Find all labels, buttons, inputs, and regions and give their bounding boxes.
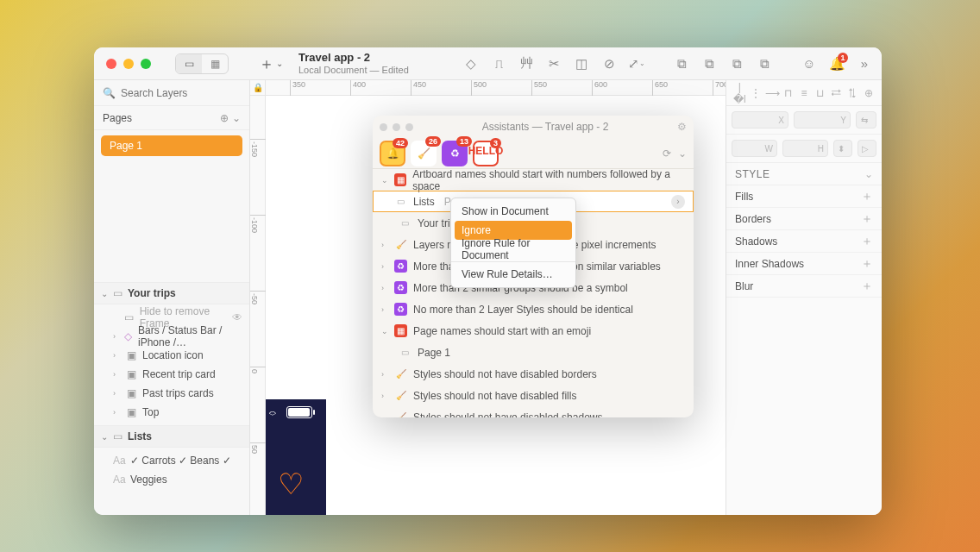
pages-header[interactable]: Pages ⊕⌄ [94,106,249,130]
align-left-icon[interactable]: |�l [732,81,746,105]
insert-button[interactable]: ＋⌄ [259,53,283,74]
list-item[interactable]: Aa✓ Carrots ✓ Beans ✓ [94,451,249,470]
group-tool-icon[interactable]: ⧉ [728,55,745,72]
assistant-row[interactable]: ⌄▦Artboard names should start with numbe… [373,169,694,191]
lock-aspect-icon[interactable]: ⬍ [833,140,852,157]
visibility-icon[interactable]: 👁 [232,311,242,323]
style-label: STYLE [735,168,770,180]
align-middle-icon[interactable]: ≡ [797,87,811,99]
context-menu[interactable]: Show in DocumentIgnoreIgnore Rule for Do… [450,198,576,288]
goto-icon[interactable]: › [671,195,685,209]
close-window-icon[interactable] [106,59,116,69]
assistant-reuse-icon[interactable]: ♻13 [442,141,468,166]
context-menu-item[interactable]: View Rule Details… [451,265,575,284]
notifications-icon[interactable]: 🔔1 [828,55,845,72]
add-style-icon[interactable]: ＋ [861,234,873,249]
traffic-lights[interactable] [106,59,151,69]
view-mode-segmented[interactable]: ▭ ▦ [175,53,229,74]
layer-row[interactable]: ›▣Location icon [94,346,249,365]
assistant-row[interactable]: ›🧹Styles should not have disabled fills [373,385,694,406]
minimize-window-icon[interactable] [123,59,134,69]
layer-row[interactable]: ›▣Top [94,403,249,422]
list-item[interactable]: AaVeggies [94,470,249,489]
chevron-icon[interactable]: ⌄ [381,176,388,185]
style-header[interactable]: STYLE ⌄ [726,163,882,185]
search-input[interactable] [121,87,241,99]
canvas-view-icon[interactable]: ▭ [176,54,202,73]
style-section[interactable]: Borders＋ [726,208,882,230]
add-style-icon[interactable]: ＋ [861,256,873,272]
align-center-icon[interactable]: ⋮ [749,87,763,99]
assistant-row[interactable]: ›♻No more than 2 Layer Styles should be … [373,298,694,320]
assistant-row[interactable]: ▭Page 1 [373,342,694,363]
mask-tool-icon[interactable]: ⊘ [600,55,618,72]
stack-tool-icon[interactable]: ⾋ [518,55,535,72]
panel-traffic-lights[interactable] [380,123,413,131]
assistant-hello-icon[interactable]: HELLO3 [473,141,499,166]
distribute-v-icon[interactable]: ⮁ [845,87,859,99]
layer-row[interactable]: ›▣Recent trip card [94,365,249,384]
align-tool-icon[interactable]: ⎍ [490,55,507,72]
style-section[interactable]: Shadows＋ [726,230,882,253]
lists-header[interactable]: ⌄ ▭ Lists [94,425,249,448]
assistant-naming-icon[interactable]: 🔔42 [380,141,405,166]
list-item-name: ✓ Carrots ✓ Beans ✓ [130,455,231,467]
layer-row[interactable]: ›▣Past trips cards [94,384,249,403]
chevron-icon[interactable]: › [381,241,388,249]
search-layers[interactable]: 🔍 [94,80,249,106]
context-menu-item[interactable]: Show in Document [451,202,575,221]
y-field[interactable]: Y [794,111,851,129]
chevron-icon[interactable]: ⌄ [381,327,388,336]
chevron-icon[interactable]: › [381,284,388,292]
chevron-icon[interactable]: › [381,305,388,314]
context-menu-item[interactable]: Ignore Rule for Document [451,240,575,259]
ruler-lock-icon[interactable]: 🔒 [250,80,266,96]
w-field[interactable]: W [732,140,777,157]
ungroup-tool-icon[interactable]: ⧉ [756,55,773,72]
pages-chevron-icon[interactable]: ⌄ [232,112,241,124]
assistant-tidy-icon[interactable]: 🧹26 [411,141,437,166]
swap-xy-icon[interactable]: ⇆ [856,111,876,129]
style-section[interactable]: Inner Shadows＋ [726,253,882,275]
artboard-header[interactable]: ⌄ ▭ Your trips [94,282,249,304]
h-field[interactable]: H [782,140,828,157]
distribute-h-icon[interactable]: ⮂ [829,87,843,99]
resize-tool-icon[interactable]: ⤢⌄ [628,55,645,72]
chevron-icon[interactable]: › [381,262,388,271]
align-right-icon[interactable]: ⟶ [765,87,779,99]
assistant-row[interactable]: ⌄🧹Styles should not have disabled shadow… [373,406,694,417]
panel-settings-icon[interactable]: ⚙ [677,121,687,133]
chevron-icon[interactable]: › [381,370,388,379]
add-style-icon[interactable]: ＋ [861,189,873,204]
layer-row[interactable]: ›◇Bars / Status Bar / iPhone /… [94,327,249,346]
page-item-selected[interactable]: Page 1 [101,135,242,156]
align-top-icon[interactable]: ⊓ [781,87,795,99]
assistant-refresh-icon[interactable]: ⟳ [663,147,671,160]
chevron-icon[interactable]: › [381,392,388,400]
align-bottom-icon[interactable]: ⊔ [814,87,827,99]
symbol-tool-icon[interactable]: ◇ [462,55,480,72]
add-page-icon[interactable]: ⊕ [220,112,229,124]
assistant-row[interactable]: ⌄▦Page names should start with an emoji [373,320,694,342]
transform-tool-icon[interactable]: ◫ [573,55,590,72]
overflow-icon[interactable]: » [856,55,873,72]
collab-icon[interactable]: ☺ [801,55,818,72]
tidy-icon[interactable]: ⊕ [862,87,876,99]
components-view-icon[interactable]: ▦ [202,54,228,73]
zoom-window-icon[interactable] [141,59,151,69]
reuse-rule-icon: ♻ [394,303,407,316]
add-style-icon[interactable]: ＋ [861,279,873,294]
chevron-icon[interactable]: ⌄ [381,413,388,418]
backward-tool-icon[interactable]: ⧉ [700,55,718,72]
add-style-icon[interactable]: ＋ [861,211,873,227]
assistant-row[interactable]: ›🧹Styles should not have disabled border… [373,363,694,385]
x-field[interactable]: X [732,111,788,129]
assistant-chevron-icon[interactable]: ⌄ [678,147,687,160]
forward-tool-icon[interactable]: ⧉ [673,55,690,72]
edit-tool-icon[interactable]: ✂ [545,55,562,72]
style-section[interactable]: Fills＋ [726,185,882,208]
item-icon: ▭ [399,216,411,229]
artboard-preview[interactable]: ⌔ ♡ [266,399,326,515]
style-section[interactable]: Blur＋ [726,275,882,298]
flip-icon[interactable]: ▷ [858,140,876,157]
